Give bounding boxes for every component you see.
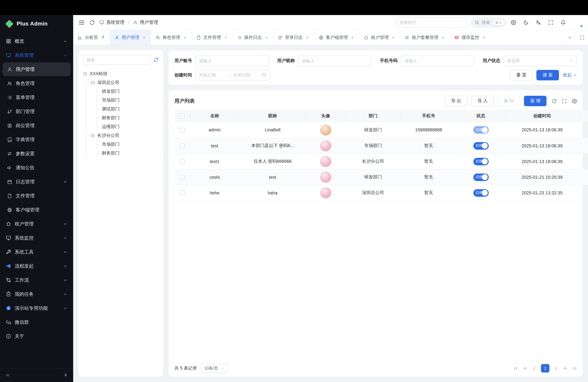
bell-icon[interactable] [561,20,566,25]
status-toggle[interactable]: 启用 [473,158,488,165]
tab-analysis[interactable]: 分析页 [73,30,110,45]
prev-page-button[interactable] [532,366,537,371]
hamburger-menu-icon[interactable] [78,19,85,26]
export-button[interactable]: 导 出 [445,96,467,106]
prev-jump-button[interactable] [523,366,527,371]
table-settings-icon[interactable] [572,99,577,104]
pin-sidebar-button[interactable] [63,373,68,378]
collapse-node-icon[interactable] [83,71,87,76]
tree-leaf-dept[interactable]: 市场部门 [97,96,159,105]
sidebar-item-flow-start[interactable]: 流程发起 [3,259,71,273]
tree-leaf-dept[interactable]: 财务部门 [97,149,159,157]
sidebar-item-user-mgmt[interactable]: 用户管理 [3,63,71,76]
user-avatar[interactable] [573,18,583,27]
first-page-button[interactable] [514,366,518,371]
collapse-filters-link[interactable]: 收起 [563,72,577,78]
tree-leaf-dept[interactable]: 研发部门 [97,87,159,96]
translate-icon[interactable] [536,20,541,25]
close-tab-icon[interactable] [224,35,228,39]
phone-input[interactable] [404,58,471,63]
current-page-button[interactable]: 1 [541,364,549,373]
sidebar-item-workflow[interactable]: 工作流 [3,273,71,287]
sidebar-item-wechat-group[interactable]: 微信群 [3,315,71,329]
next-jump-button[interactable] [563,366,568,371]
close-tab-icon[interactable] [351,35,355,39]
delete-button[interactable]: 删 除 [498,96,520,106]
tree-node-shenzhen[interactable]: 深圳总公司 [90,78,159,87]
tree-leaf-dept[interactable]: 运维部门 [97,122,159,131]
tab-tenant-mgmt[interactable]: 租户管理 [359,30,400,45]
status-select[interactable]: 请选择 [504,56,577,66]
fullscreen-icon[interactable] [548,20,553,25]
sidebar-item-sys-monitor[interactable]: 系统监控 [3,231,71,245]
next-page-button[interactable] [554,366,559,371]
tab-client-mgmt[interactable]: 客户端管理 [314,30,359,45]
tree-leaf-dept[interactable]: 财务部门 [97,113,159,122]
gear-icon[interactable] [511,20,516,25]
tab-operation-log[interactable]: 操作日志 [232,30,273,45]
global-search-button[interactable]: 搜索 ⌘ K [471,17,506,28]
sidebar-item-sys-tools[interactable]: 系统工具 [3,245,71,259]
row-checkbox[interactable] [180,175,185,180]
status-toggle[interactable]: 启用 [473,173,488,181]
sidebar-item-file-mgmt[interactable]: 文件管理 [3,189,71,203]
sidebar-item-demo-features[interactable]: 演示站专用功能 [3,301,71,315]
sidebar-item-about[interactable]: 关于 [3,329,71,343]
sidebar-item-menu-mgmt[interactable]: 菜单管理 [3,90,71,104]
table-fullscreen-icon[interactable] [562,99,567,104]
import-button[interactable]: 导 入 [471,96,494,106]
account-input[interactable] [199,58,265,63]
collapse-sidebar-button[interactable] [5,373,10,378]
tabs-dropdown-button[interactable] [563,30,576,45]
breadcrumb-users[interactable]: 用户管理 [133,20,158,25]
sidebar-item-role-mgmt[interactable]: 角色管理 [3,76,71,90]
close-tab-icon[interactable] [441,35,445,39]
tree-search-input[interactable] [83,55,150,65]
date-range-picker[interactable]: 开始日期 → 结束日期 [195,70,270,80]
close-tab-icon[interactable] [482,35,486,39]
search-button[interactable]: 搜 索 [536,70,559,80]
refresh-icon[interactable] [89,20,95,25]
sidebar-item-dict-mgmt[interactable]: 字典管理 [3,133,71,146]
row-checkbox[interactable] [180,127,185,132]
sidebar-item-post-mgmt[interactable]: 岗位管理 [3,119,71,132]
sidebar-item-announce[interactable]: 通知公告 [3,161,71,174]
row-checkbox[interactable] [180,144,185,148]
tenant-select-input[interactable] [396,17,466,28]
sidebar-item-system[interactable]: 系统管理 [3,48,71,62]
tab-file-mgmt[interactable]: 文件管理 [191,30,232,45]
row-checkbox[interactable] [180,159,185,164]
close-tab-icon[interactable] [305,35,309,39]
select-all-checkbox[interactable] [180,114,185,119]
status-toggle[interactable]: 启用 [473,189,488,196]
close-tab-icon[interactable] [264,35,268,39]
tab-tenant-package[interactable]: 租户套餐管理 [400,30,450,45]
sidebar-item-my-tasks[interactable]: 我的任务 [3,287,71,301]
status-toggle[interactable]: 启用 [473,142,488,149]
tabs-fullscreen-button[interactable] [576,30,588,45]
tree-refresh-icon[interactable] [153,57,159,63]
sidebar-item-overview[interactable]: 概览 [3,34,71,48]
sidebar-item-log-mgmt[interactable]: 日志管理 [3,175,71,189]
tree-leaf-dept[interactable]: 测试部门 [97,105,159,113]
add-button[interactable]: 新 增 [524,96,546,106]
tab-cache-monitor[interactable]: 缓存监控 [450,30,491,45]
close-tab-icon[interactable] [391,35,395,39]
last-page-button[interactable] [572,366,577,371]
status-toggle[interactable]: 启用 [473,126,488,134]
page-size-select[interactable]: 10条/页 [201,364,228,373]
tab-role-mgmt[interactable]: 角色管理 [151,30,191,45]
close-tab-icon[interactable] [142,35,146,39]
pin-icon[interactable] [101,35,105,40]
tree-node-changsha[interactable]: 长沙分公司 [90,131,159,140]
tab-login-log[interactable]: 登录日志 [273,30,314,45]
close-tab-icon[interactable] [183,35,187,39]
nickname-input[interactable] [302,58,368,63]
collapse-node-icon[interactable] [90,133,95,138]
moon-icon[interactable] [523,20,528,25]
row-checkbox[interactable] [180,191,185,195]
reset-button[interactable]: 重 置 [510,70,533,80]
sidebar-item-params[interactable]: 参数设置 [3,147,71,160]
sidebar-item-client-mgmt[interactable]: 客户端管理 [3,203,71,217]
tree-node-company[interactable]: XXX科技 [83,69,159,78]
